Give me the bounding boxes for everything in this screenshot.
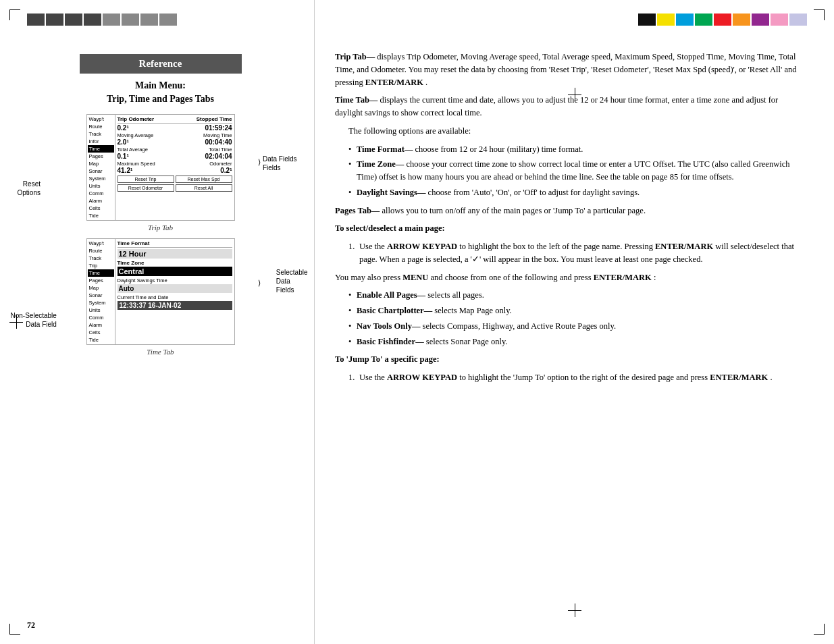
time-menu-item-wayp: Wayp't [88, 240, 114, 247]
time-tab-bold: Time Tab— [335, 95, 377, 105]
moving-avg-label: Moving Average [118, 132, 154, 138]
menu-item-pages: Pages [88, 153, 114, 160]
time-menu-item-comm: Comm [88, 314, 114, 321]
color-block-black [638, 14, 656, 26]
select-step1-enter-mark: ENTER/MARK [655, 242, 713, 251]
reset-options-line2: Options [18, 188, 41, 197]
trip-row3: 0.1¹ 02:04:04 [118, 153, 232, 160]
menu-item-route: Route [88, 123, 114, 130]
daylight-savings-text: choose from 'Auto', 'On', or 'Off' to ad… [428, 188, 640, 197]
time-format-header: Time Format [118, 240, 232, 248]
daylight-savings-label: Daylight Savings Time [118, 277, 232, 284]
time-menu-item-track: Track [88, 254, 114, 262]
time-menu-item-celts: Celts [88, 329, 114, 336]
time-menu-item-route: Route [88, 247, 114, 254]
menu-item-alarm: Alarm [88, 197, 114, 205]
nav-tools-bold: Nav Tools Only— [357, 321, 420, 331]
time-menu-col: Wayp't Route Track Trip Time Pages Map S… [87, 239, 115, 344]
non-selectable-line2: Data Field [11, 320, 57, 329]
time-tab-screenshot: Wayp't Route Track Trip Time Pages Map S… [86, 238, 235, 345]
color-block-lavender [789, 14, 807, 26]
reset-trip-btn[interactable]: Reset Trip [118, 176, 174, 183]
reset-max-spd-btn[interactable]: Reset Max Spd [176, 176, 232, 183]
reset-options-line1: Reset [18, 180, 41, 188]
select-step1-text: to highlight the box to the left of the … [459, 242, 655, 251]
reset-odometer-btn[interactable]: Reset Odometer [118, 184, 174, 192]
jump-enter-mark: ENTER/MARK [710, 373, 768, 382]
left-column: Reference Main Menu: Trip, Time and Page… [0, 0, 315, 644]
trip-header-row: Trip Odometer Stopped Time [118, 116, 232, 124]
basic-fish-option: Basic Fishfinder— selects Sonar Page onl… [348, 336, 807, 348]
daylight-savings-value: Auto [118, 284, 232, 293]
stopped-time-header: Stopped Time [197, 116, 232, 122]
gray-block [46, 14, 63, 26]
pages-tab-bold: Pages Tab— [335, 206, 380, 215]
gray-block [84, 14, 101, 26]
menu-item-track: Track [88, 130, 114, 138]
jump-steps: Use the ARROW KEYPAD to highlight the 'J… [348, 371, 807, 384]
nav-tools-option: Nav Tools Only— selects Compass, Highway… [348, 320, 807, 333]
selectable-line3: Fields [276, 286, 308, 294]
menu-item-comm: Comm [88, 190, 114, 197]
menu-bold: MENU [402, 273, 428, 282]
following-options: The following options are available: [348, 125, 807, 138]
main-menu-title: Main Menu: [27, 80, 294, 91]
enable-all-text: selects all pages. [427, 290, 484, 300]
corner-mark-br [814, 624, 825, 635]
non-selectable-line1: Non-Selectable [11, 311, 57, 320]
trip-tab-screenshot: Wayp't Route Track Infor Time Pages Map … [86, 114, 235, 221]
time-menu-item-sonar: Sonar [88, 292, 114, 299]
trip-buttons-row: Reset Trip Reset Max Spd [118, 176, 232, 183]
right-column: Trip Tab— displays Trip Odometer, Moving… [315, 0, 834, 644]
trip-tab-caption: Trip Tab [27, 223, 294, 232]
menu-item-tide: Tide [88, 212, 114, 219]
odometer-val: 0.2¹ [220, 167, 232, 174]
trip-tab-paragraph: Trip Tab— displays Trip Odometer, Moving… [335, 51, 807, 88]
trip-tab-inner: Wayp't Route Track Infor Time Pages Map … [87, 115, 234, 220]
corner-mark-tr [814, 9, 825, 20]
trip-row1: 0.2¹ 01:59:24 [118, 124, 232, 132]
time-format-option: Time Format— choose from 12 or 24 hour (… [348, 143, 807, 156]
also-end: : [654, 273, 656, 282]
select-heading: To select/deselect a main page: [335, 222, 807, 235]
reset-all-btn[interactable]: Reset All [176, 184, 232, 192]
selectable-line1: Selectable [276, 268, 308, 277]
non-selectable-annotation: Non-Selectable Data Field [11, 311, 57, 329]
data-fields-arrow: ⟩ [258, 158, 261, 167]
jump-to-heading: To 'Jump To' a specific page: [335, 353, 807, 366]
time-zone-bold: Time Zone— [357, 159, 404, 169]
basic-chart-option: Basic Chartplotter— selects Map Page onl… [348, 304, 807, 317]
time-tab-text: displays the current time and date, allo… [335, 95, 778, 117]
reset-options-annotation: Reset Options [18, 180, 41, 197]
menu-item-sonar: Sonar [88, 167, 114, 175]
time-tab-section: Wayp't Route Track Trip Time Pages Map S… [27, 238, 294, 356]
selectable-data-fields-annotation: Selectable Data Fields [276, 268, 308, 294]
select-step1: Use the ARROW KEYPAD to highlight the bo… [348, 240, 807, 266]
moving-avg-val: 2.0¹ [118, 138, 129, 146]
trip-content-col: Trip Odometer Stopped Time 0.2¹ 01:59:24… [115, 115, 234, 220]
reference-label: Reference [80, 54, 242, 74]
time-menu-item-map: Map [88, 284, 114, 292]
menu-item-celts: Celts [88, 205, 114, 212]
data-fields-annotation: Data Fields Fields [263, 155, 297, 172]
basic-fish-text: selects Sonar Page only. [426, 337, 508, 346]
stopped-time-val: 01:59:24 [205, 124, 232, 132]
menu-item-system: System [88, 175, 114, 182]
page-number: 72 [27, 620, 35, 630]
data-fields-line1: Data Fields [263, 155, 297, 163]
time-zone-value: Central [118, 267, 232, 276]
trip-labels-row2: Moving Average Moving Time [118, 132, 232, 138]
crosshair-right-bottom [568, 603, 581, 617]
color-block-orange [733, 14, 750, 26]
color-block-green [695, 14, 712, 26]
time-menu-item-units: Units [88, 306, 114, 314]
max-speed-label: Maximum Speed [118, 161, 155, 167]
reference-section: Reference Main Menu: Trip, Time and Page… [27, 54, 294, 105]
menu-item-units: Units [88, 182, 114, 190]
trip-labels-row4: Maximum Speed Odometer [118, 161, 232, 167]
trip-row2: 2.0¹ 00:04:40 [118, 138, 232, 146]
selectable-arrow: ⟩ [258, 279, 261, 288]
nav-tools-text: selects Compass, Highway, and Active Rou… [423, 321, 617, 331]
trip-tab-container: Wayp't Route Track Infor Time Pages Map … [66, 114, 255, 221]
select-step1-bold: ARROW KEYPAD [387, 242, 457, 251]
